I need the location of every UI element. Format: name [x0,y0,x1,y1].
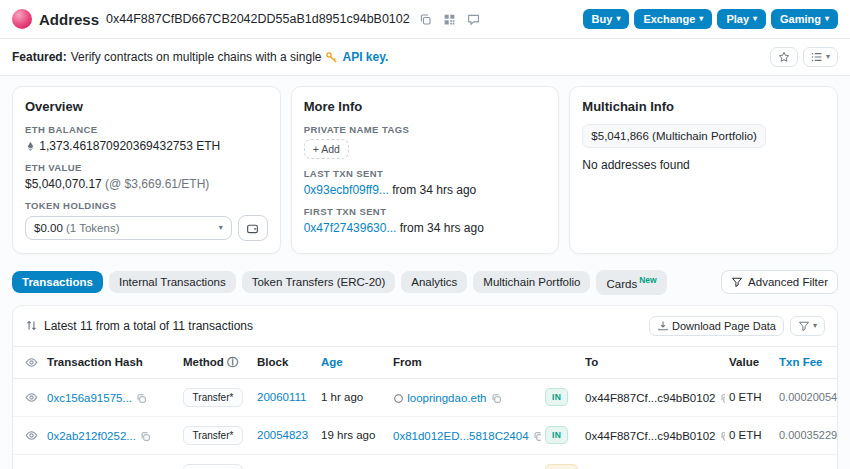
fee-cell: 0.00020054 [775,378,837,416]
overview-card: Overview ETH BALANCE 1,373.4618709203694… [12,86,281,254]
transactions-panel: Latest 11 from a total of 11 transaction… [12,305,838,469]
txn-hash-link[interactable]: 0xc156a91575... [47,392,132,404]
eth-icon [25,141,36,152]
tab-transactions[interactable]: Transactions [12,271,103,293]
copy-to-button[interactable] [719,428,725,443]
page-title: Address [39,11,99,28]
api-key-link[interactable]: API key. [342,50,388,64]
col-direction [541,346,581,378]
copy-hash-button[interactable] [139,428,152,443]
to-address-text: 0x44F887Cf...c94bB0102 [585,392,715,404]
col-to: To [581,346,725,378]
copy-icon [140,431,151,442]
advanced-filter-button[interactable]: Advanced Filter [721,270,838,294]
token-holdings-row: $0.00 (1 Tokens) ▾ [25,215,268,241]
transactions-table: Transaction Hash Method ⓘ Block Age From… [13,346,837,469]
copy-icon [136,393,147,404]
last-txn-hash-link[interactable]: 0x93ecbf09ff9... [304,183,389,197]
tab-multichain-portfolio[interactable]: Multichain Portfolio [473,271,590,293]
col-value-label: Value [729,356,759,368]
block-link[interactable]: 20054823 [257,429,308,441]
row-eye-button[interactable] [25,428,38,443]
sort-icon [25,319,38,332]
age-cell: 1 hr ago [317,378,389,416]
value-cell: 0 ETH [725,378,775,416]
page-body: Overview ETH BALANCE 1,373.4618709203694… [0,76,850,469]
tab-token-transfers[interactable]: Token Transfers (ERC-20) [242,271,396,293]
more-info-title: More Info [304,99,547,114]
col-fee-toggle[interactable]: Txn Fee [779,356,822,368]
tab-internal-transactions[interactable]: Internal Transactions [109,271,236,293]
qr-code-button[interactable] [441,11,458,28]
featured-text: Verify contracts on multiple chains with… [71,50,322,64]
view-options-button[interactable]: ▾ [803,47,838,67]
table-row: 0xc156a91575... Transfer* 20060111 1 hr … [13,378,837,416]
more-info-card: More Info PRIVATE NAME TAGS + Add LAST T… [291,86,560,254]
col-age-toggle[interactable]: Age [321,356,343,368]
gaming-button[interactable]: Gaming▾ [771,9,838,29]
copy-icon [491,393,502,404]
info-icon[interactable]: ⓘ [227,356,239,368]
chevron-down-icon: ▾ [753,15,757,23]
tab-cards[interactable]: CardsNew [596,270,666,295]
block-link[interactable]: 20060111 [257,391,306,403]
table-row: 0x2ab212f0252... Transfer* 20054823 19 h… [13,416,837,454]
advanced-filter-label: Advanced Filter [748,276,828,288]
col-block-label: Block [257,356,288,368]
col-age: Age [317,346,389,378]
overview-title: Overview [25,99,268,114]
multichain-portfolio-badge[interactable]: $5,041,866 (Multichain Portfolio) [582,124,766,148]
tab-bar: Transactions Internal Transactions Token… [0,258,850,305]
txn-hash-link[interactable]: 0x2ab212f0252... [47,430,136,442]
last-txn-value: 0x93ecbf09ff9... from 34 hrs ago [304,183,547,197]
wallet-icon [246,222,259,235]
row-eye-button[interactable] [25,390,38,405]
copy-hash-button[interactable] [135,390,148,405]
copy-to-button[interactable] [719,390,725,405]
direction-badge: OUT [545,464,578,469]
download-page-data-button[interactable]: Download Page Data [649,316,784,336]
list-icon [811,51,823,63]
comment-button[interactable] [465,11,482,28]
tab-cards-label: Cards [606,278,637,290]
fee-cell: 0.00035229 [775,416,837,454]
col-txn-fee: Txn Fee [775,346,837,378]
table-header-row: Transaction Hash Method ⓘ Block Age From… [13,346,837,378]
age-cell: 19 hrs ago [317,416,389,454]
exchange-button[interactable]: Exchange▾ [634,9,712,29]
eye-icon [25,356,38,369]
funnel-icon [731,276,743,288]
copy-address-button[interactable] [417,11,434,28]
col-value: Value [725,346,775,378]
method-badge: Approve [183,464,243,469]
first-txn-label: FIRST TXN SENT [304,206,547,217]
eye-icon [25,391,38,404]
favorite-button[interactable] [770,47,798,67]
from-address-link[interactable]: loopringdao.eth [407,392,486,404]
token-holdings-label: TOKEN HOLDINGS [25,200,268,211]
copy-from-button[interactable] [490,390,503,405]
first-txn-hash-link[interactable]: 0x47f27439630... [304,221,397,235]
multichain-empty-text: No addresses found [582,158,825,172]
star-icon [778,51,790,63]
copy-from-button[interactable] [532,428,541,443]
token-holdings-dropdown[interactable]: $0.00 (1 Tokens) ▾ [25,216,232,240]
featured-label: Featured: [12,50,67,64]
tab-analytics[interactable]: Analytics [401,271,467,293]
eth-value-amount: $5,040,070.17 [25,177,102,191]
add-name-tag-button[interactable]: + Add [304,139,349,159]
exchange-label: Exchange [643,13,695,25]
table-row: 0x93ecbf09ff9... Approve 20050291 34 hrs… [13,454,837,469]
copy-icon [720,431,725,442]
chevron-down-icon: ▾ [699,15,703,23]
private-name-tags-label: PRIVATE NAME TAGS [304,124,547,135]
from-address-link[interactable]: 0x81d012ED...5818C2404 [393,430,529,442]
table-toolbar: Latest 11 from a total of 11 transaction… [13,306,837,346]
featured-banner: Featured: Verify contracts on multiple c… [0,39,850,76]
summary-cards: Overview ETH BALANCE 1,373.4618709203694… [0,76,850,258]
buy-button[interactable]: Buy▾ [583,9,630,29]
wallet-button[interactable] [238,215,268,241]
toggle-visibility-header-button[interactable] [25,355,38,370]
play-button[interactable]: Play▾ [717,9,766,29]
filter-dropdown-button[interactable]: ▾ [790,316,825,336]
